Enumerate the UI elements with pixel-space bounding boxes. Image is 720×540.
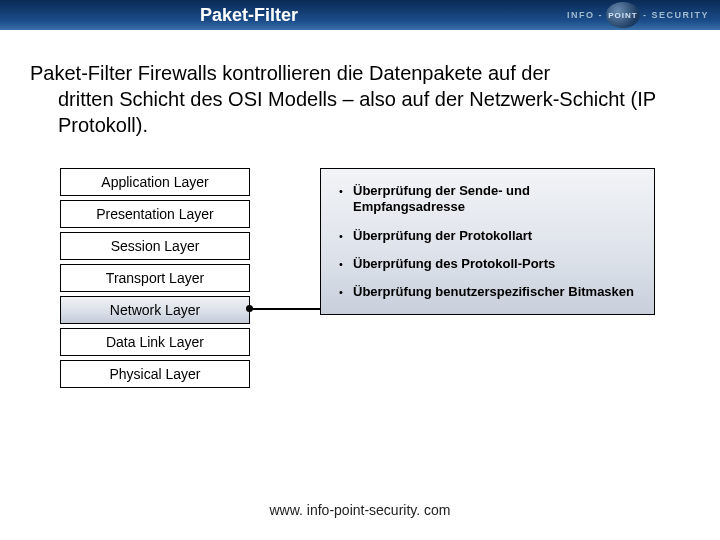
brand-logo: INFO - POINT - SECURITY <box>564 2 712 28</box>
bullet-icon: • <box>329 183 353 199</box>
check-item: • Überprüfung benutzerspezifischer Bitma… <box>329 278 644 306</box>
layer-transport: Transport Layer <box>60 264 250 292</box>
bullet-icon: • <box>329 228 353 244</box>
check-item: • Überprüfung der Sende- und Empfangsadr… <box>329 177 644 222</box>
logo-right: - SECURITY <box>640 10 712 20</box>
intro-line1: Paket-Filter Firewalls kontrollieren die… <box>30 62 550 84</box>
layer-session: Session Layer <box>60 232 250 260</box>
osi-stack: Application Layer Presentation Layer Ses… <box>60 168 250 392</box>
layer-physical: Physical Layer <box>60 360 250 388</box>
check-item: • Überprüfung der Protokollart <box>329 222 644 250</box>
layer-presentation: Presentation Layer <box>60 200 250 228</box>
check-text: Überprüfung benutzerspezifischer Bitmask… <box>353 284 644 300</box>
bullet-icon: • <box>329 256 353 272</box>
connector-dot-left <box>246 305 253 312</box>
check-item: • Überprüfung des Protokoll-Ports <box>329 250 644 278</box>
check-list-box: • Überprüfung der Sende- und Empfangsadr… <box>320 168 655 315</box>
layer-network: Network Layer <box>60 296 250 324</box>
check-text: Überprüfung der Protokollart <box>353 228 644 244</box>
intro-rest: dritten Schicht des OSI Modells – also a… <box>30 86 690 138</box>
layer-application: Application Layer <box>60 168 250 196</box>
check-text: Überprüfung des Protokoll-Ports <box>353 256 644 272</box>
check-text: Überprüfung der Sende- und Empfangsadres… <box>353 183 644 216</box>
layer-datalink: Data Link Layer <box>60 328 250 356</box>
slide-title: Paket-Filter <box>200 5 298 26</box>
logo-left: INFO - <box>564 10 606 20</box>
content-area: Application Layer Presentation Layer Ses… <box>0 168 720 448</box>
bullet-icon: • <box>329 284 353 300</box>
title-bar: Paket-Filter INFO - POINT - SECURITY <box>0 0 720 30</box>
logo-mid: POINT <box>606 2 640 28</box>
footer-url: www. info-point-security. com <box>0 502 720 518</box>
intro-paragraph: Paket-Filter Firewalls kontrollieren die… <box>30 60 690 138</box>
